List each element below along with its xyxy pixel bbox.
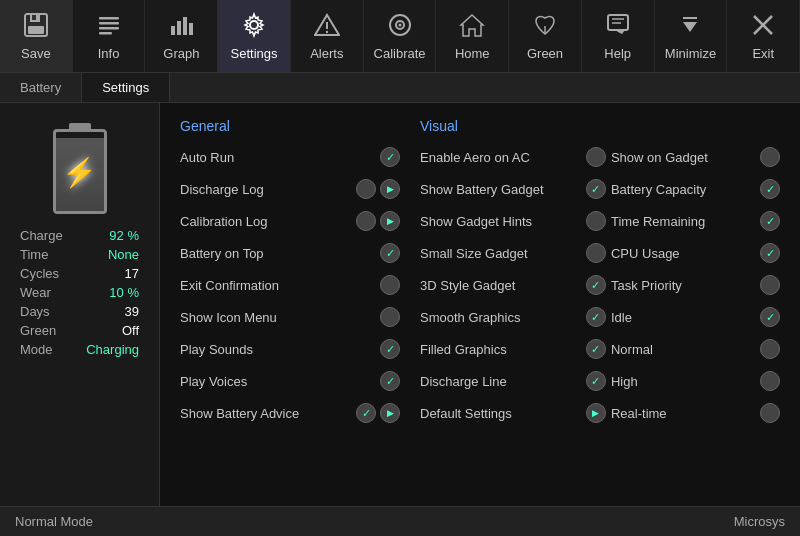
setting-cpu-usage: CPU Usage: [611, 242, 780, 264]
graph-icon: [168, 12, 194, 42]
enable-aero-toggle[interactable]: [586, 147, 606, 167]
alerts-icon: [314, 12, 340, 42]
nav-save[interactable]: Save: [0, 0, 73, 72]
setting-calibration-log: Calibration Log: [180, 210, 400, 232]
setting-battery-capacity: Battery Capacity: [611, 178, 780, 200]
main-content: ⚡ Charge 92 % Time None Cycles 17 Wear 1…: [0, 103, 800, 506]
nav-calibrate[interactable]: Calibrate: [364, 0, 437, 72]
realtime-toggle[interactable]: [760, 403, 780, 423]
setting-play-voices: Play Voices: [180, 370, 400, 392]
setting-enable-aero: Enable Aero on AC: [420, 146, 606, 168]
status-bar: Normal Mode Microsys: [0, 506, 800, 536]
svg-rect-11: [189, 23, 193, 35]
idle-toggle[interactable]: [760, 307, 780, 327]
svg-rect-10: [183, 17, 187, 35]
nav-graph[interactable]: Graph: [145, 0, 218, 72]
setting-realtime: Real-time: [611, 402, 780, 424]
setting-task-priority: Task Priority: [611, 274, 780, 296]
svg-rect-14: [326, 22, 328, 29]
exit-icon: [750, 12, 776, 42]
setting-discharge-line: Discharge Line: [420, 370, 606, 392]
minimize-icon: [677, 12, 703, 42]
nav-calibrate-label: Calibrate: [374, 46, 426, 61]
stat-cycles: Cycles 17: [15, 266, 144, 281]
show-battery-advice-toggle[interactable]: [356, 403, 376, 423]
normal-toggle[interactable]: [760, 339, 780, 359]
svg-marker-25: [683, 22, 697, 32]
show-battery-advice-play[interactable]: [380, 403, 400, 423]
svg-rect-8: [171, 26, 175, 35]
filled-graphics-toggle[interactable]: [586, 339, 606, 359]
small-size-gadget-toggle[interactable]: [586, 243, 606, 263]
home-icon: [459, 12, 485, 42]
nav-green-label: Green: [527, 46, 563, 61]
setting-battery-on-top: Battery on Top: [180, 242, 400, 264]
stat-charge: Charge 92 %: [15, 228, 144, 243]
nav-exit-label: Exit: [752, 46, 774, 61]
setting-default-settings: Default Settings: [420, 402, 606, 424]
nav-help[interactable]: Help: [582, 0, 655, 72]
breadcrumb-settings[interactable]: Settings: [82, 73, 170, 102]
default-settings-play[interactable]: [586, 403, 606, 423]
setting-normal: Normal: [611, 338, 780, 360]
show-on-gadget-toggle[interactable]: [760, 147, 780, 167]
setting-play-sounds: Play Sounds: [180, 338, 400, 360]
calibration-log-toggle[interactable]: [356, 211, 376, 231]
time-remaining-toggle[interactable]: [760, 211, 780, 231]
calibration-log-play[interactable]: [380, 211, 400, 231]
show-battery-gadget-toggle[interactable]: [586, 179, 606, 199]
show-gadget-hints-toggle[interactable]: [586, 211, 606, 231]
setting-show-battery-gadget: Show Battery Gadget: [420, 178, 606, 200]
show-icon-menu-toggle[interactable]: [380, 307, 400, 327]
setting-auto-run: Auto Run: [180, 146, 400, 168]
nav-alerts[interactable]: Alerts: [291, 0, 364, 72]
discharge-log-toggle[interactable]: [356, 179, 376, 199]
setting-show-icon-menu: Show Icon Menu: [180, 306, 400, 328]
nav-minimize-label: Minimize: [665, 46, 716, 61]
exit-confirmation-toggle[interactable]: [380, 275, 400, 295]
setting-time-remaining: Time Remaining: [611, 210, 780, 232]
nav-green[interactable]: Green: [509, 0, 582, 72]
info-icon: [96, 12, 122, 42]
discharge-line-toggle[interactable]: [586, 371, 606, 391]
smooth-graphics-toggle[interactable]: [586, 307, 606, 327]
play-voices-toggle[interactable]: [380, 371, 400, 391]
breadcrumb-battery[interactable]: Battery: [0, 73, 82, 102]
nav-info[interactable]: Info: [73, 0, 146, 72]
svg-point-18: [398, 23, 401, 26]
discharge-log-play[interactable]: [380, 179, 400, 199]
setting-discharge-log: Discharge Log: [180, 178, 400, 200]
stat-green: Green Off: [15, 323, 144, 338]
task-priority-toggle[interactable]: [760, 275, 780, 295]
nav-exit[interactable]: Exit: [727, 0, 800, 72]
stat-time: Time None: [15, 247, 144, 262]
setting-3d-style-gadget: 3D Style Gadget: [420, 274, 606, 296]
top-nav: Save Info Graph: [0, 0, 800, 73]
calibrate-icon: [387, 12, 413, 42]
cpu-usage-toggle[interactable]: [760, 243, 780, 263]
nav-home-label: Home: [455, 46, 490, 61]
high-toggle[interactable]: [760, 371, 780, 391]
setting-show-on-gadget: Show on Gadget: [611, 146, 780, 168]
nav-settings[interactable]: Settings: [218, 0, 291, 72]
battery-icon: ⚡: [53, 123, 107, 214]
svg-rect-2: [28, 26, 44, 34]
battery-lightning: ⚡: [62, 155, 97, 188]
battery-capacity-toggle[interactable]: [760, 179, 780, 199]
nav-info-label: Info: [98, 46, 120, 61]
nav-alerts-label: Alerts: [310, 46, 343, 61]
nav-home[interactable]: Home: [436, 0, 509, 72]
play-sounds-toggle[interactable]: [380, 339, 400, 359]
stat-days: Days 39: [15, 304, 144, 319]
nav-minimize[interactable]: Minimize: [655, 0, 728, 72]
stat-mode: Mode Charging: [15, 342, 144, 357]
general-title: General: [180, 118, 400, 134]
svg-marker-24: [615, 30, 625, 34]
nav-help-label: Help: [604, 46, 631, 61]
green-icon: [532, 12, 558, 42]
battery-on-top-toggle[interactable]: [380, 243, 400, 263]
3d-style-gadget-toggle[interactable]: [586, 275, 606, 295]
auto-run-toggle[interactable]: [380, 147, 400, 167]
svg-rect-5: [99, 22, 119, 25]
nav-settings-label: Settings: [231, 46, 278, 61]
